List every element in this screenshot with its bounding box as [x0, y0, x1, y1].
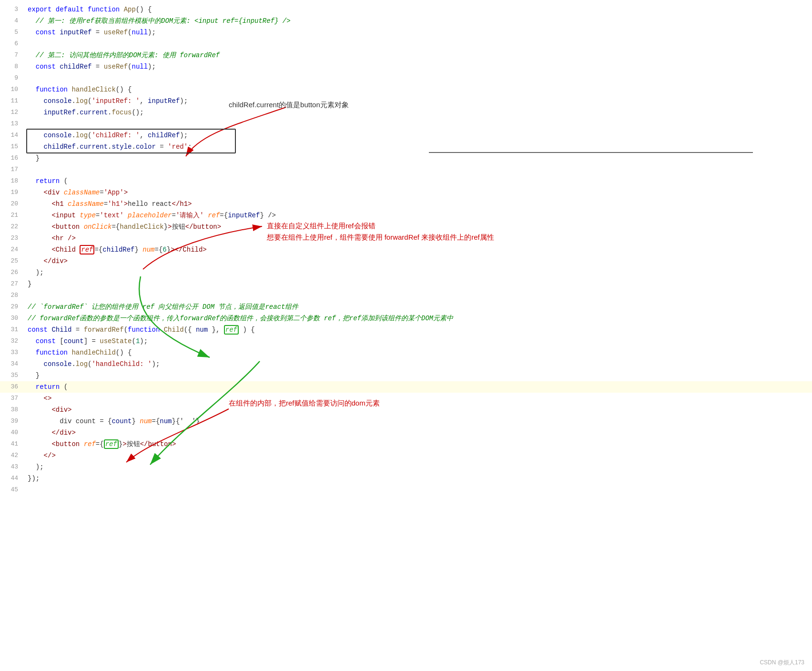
- annotation-ann3: 想要在组件上使用ref，组件需要使用 forwardRef 来接收组件上的ref…: [267, 232, 494, 243]
- code-line-10: 10 function handleClick() {: [0, 84, 812, 95]
- line-number: 3: [0, 4, 24, 15]
- code-line-39: 39 div count = {count} num={num}{' '}: [0, 416, 812, 427]
- line-content: console.log('childRef: ', childRef);: [24, 130, 812, 141]
- code-line-11: 11 console.log('inputRef: ', inputRef);: [0, 95, 812, 107]
- code-line-34: 34 console.log('handleChild: ');: [0, 358, 812, 370]
- code-line-35: 35 }: [0, 370, 812, 381]
- code-line-30: 30// forwardRef函数的参数是一个函数组件，传入forwardRef…: [0, 313, 812, 324]
- line-content: function handleChild() {: [24, 347, 812, 358]
- code-line-33: 33 function handleChild() {: [0, 347, 812, 358]
- line-number: 27: [0, 278, 24, 290]
- line-number: 18: [0, 175, 24, 187]
- annotation-ann4: 在组件的内部，把ref赋值给需要访问的dom元素: [229, 397, 380, 409]
- code-area: 3export default function App() {4 // 第一:…: [0, 0, 812, 499]
- code-line-44: 44});: [0, 473, 812, 484]
- line-number: 9: [0, 72, 24, 84]
- line-content: </>: [24, 450, 812, 461]
- line-content: const Child = forwardRef(function Child(…: [24, 324, 812, 336]
- code-line-37: 37 <>: [0, 393, 812, 404]
- code-line-27: 27}: [0, 278, 812, 290]
- code-line-9: 9: [0, 72, 812, 84]
- line-content: const [count] = useState(1);: [24, 336, 812, 347]
- line-number: 32: [0, 336, 24, 347]
- line-number: 43: [0, 461, 24, 473]
- line-number: 7: [0, 50, 24, 61]
- line-content: }: [24, 278, 812, 290]
- line-number: 6: [0, 38, 24, 50]
- code-line-6: 6: [0, 38, 812, 50]
- line-number: 30: [0, 313, 24, 324]
- line-content: );: [24, 461, 812, 473]
- line-content: function handleClick() {: [24, 84, 812, 95]
- line-number: 26: [0, 267, 24, 278]
- line-content: console.log('handleChild: ');: [24, 358, 812, 370]
- line-content: // `forwardRef` 让您的组件使用 ref 向父组件公开 DOM 节…: [24, 301, 812, 313]
- code-line-24: 24 <Child ref={childRef} num={6}></Child…: [0, 244, 812, 255]
- line-number: 36: [0, 381, 24, 393]
- code-line-3: 3export default function App() {: [0, 4, 812, 15]
- line-content: <button ref={ref}>按钮</button>: [24, 438, 812, 450]
- code-line-29: 29// `forwardRef` 让您的组件使用 ref 向父组件公开 DOM…: [0, 301, 812, 313]
- code-line-14: 14 console.log('childRef: ', childRef);: [0, 130, 812, 141]
- line-number: 11: [0, 95, 24, 107]
- line-content: childRef.current.style.color = 'red';: [24, 141, 812, 152]
- line-content: // 第一: 使用ref获取当前组件模板中的DOM元素: <input ref=…: [24, 15, 812, 27]
- line-number: 13: [0, 118, 24, 130]
- line-content: return (: [24, 175, 812, 187]
- code-line-36: 36 return (: [0, 381, 812, 393]
- line-content: );: [24, 267, 812, 278]
- line-number: 40: [0, 427, 24, 438]
- line-number: 38: [0, 404, 24, 416]
- line-content: const inputRef = useRef(null);: [24, 27, 812, 38]
- line-number: 17: [0, 164, 24, 175]
- line-content: <>: [24, 393, 812, 404]
- line-number: 16: [0, 152, 24, 164]
- code-line-31: 31const Child = forwardRef(function Chil…: [0, 324, 812, 336]
- code-line-40: 40 </div>: [0, 427, 812, 438]
- line-content: const childRef = useRef(null);: [24, 61, 812, 72]
- line-content: console.log('inputRef: ', inputRef);: [24, 95, 812, 107]
- line-number: 42: [0, 450, 24, 461]
- line-content: <div>: [24, 404, 812, 416]
- line-number: 24: [0, 244, 24, 255]
- line-number: 29: [0, 301, 24, 313]
- line-number: 15: [0, 141, 24, 152]
- code-line-4: 4 // 第一: 使用ref获取当前组件模板中的DOM元素: <input re…: [0, 15, 812, 27]
- code-line-13: 13: [0, 118, 812, 130]
- line-content: <div className='App'>: [24, 187, 812, 198]
- code-line-19: 19 <div className='App'>: [0, 187, 812, 198]
- code-line-41: 41 <button ref={ref}>按钮</button>: [0, 438, 812, 450]
- line-number: 39: [0, 416, 24, 427]
- line-number: 22: [0, 221, 24, 233]
- line-number: 31: [0, 324, 24, 336]
- line-number: 41: [0, 438, 24, 450]
- line-content: <h1 className='h1'>hello react</h1>: [24, 198, 812, 210]
- line-content: <Child ref={childRef} num={6}></Child>: [24, 244, 812, 255]
- line-number: 25: [0, 255, 24, 267]
- code-line-12: 12 inputRef.current.focus();: [0, 107, 812, 118]
- code-line-18: 18 return (: [0, 175, 812, 187]
- line-content: // 第二: 访问其他组件内部的DOM元素: 使用 forwardRef: [24, 50, 812, 61]
- line-content: div count = {count} num={num}{' '}: [24, 416, 812, 427]
- code-line-5: 5 const inputRef = useRef(null);: [0, 27, 812, 38]
- annotation-ann2: 直接在自定义组件上使用ref会报错: [267, 220, 376, 232]
- code-line-20: 20 <h1 className='h1'>hello react</h1>: [0, 198, 812, 210]
- line-content: }: [24, 370, 812, 381]
- code-line-26: 26 );: [0, 267, 812, 278]
- line-content: <button onClick={handleClick}>按钮</button…: [24, 221, 812, 233]
- line-number: 4: [0, 15, 24, 27]
- code-line-7: 7 // 第二: 访问其他组件内部的DOM元素: 使用 forwardRef: [0, 50, 812, 61]
- line-number: 21: [0, 210, 24, 221]
- code-line-22: 22 <button onClick={handleClick}>按钮</but…: [0, 221, 812, 233]
- line-number: 19: [0, 187, 24, 198]
- annotation-ann1: childRef.current的值是button元素对象: [229, 99, 349, 111]
- code-line-15: 15 childRef.current.style.color = 'red';: [0, 141, 812, 152]
- code-line-42: 42 </>: [0, 450, 812, 461]
- code-line-25: 25 </div>: [0, 255, 812, 267]
- line-content: inputRef.current.focus();: [24, 107, 812, 118]
- code-line-43: 43 );: [0, 461, 812, 473]
- line-number: 14: [0, 130, 24, 141]
- line-number: 34: [0, 358, 24, 370]
- line-content: </div>: [24, 427, 812, 438]
- line-number: 5: [0, 27, 24, 38]
